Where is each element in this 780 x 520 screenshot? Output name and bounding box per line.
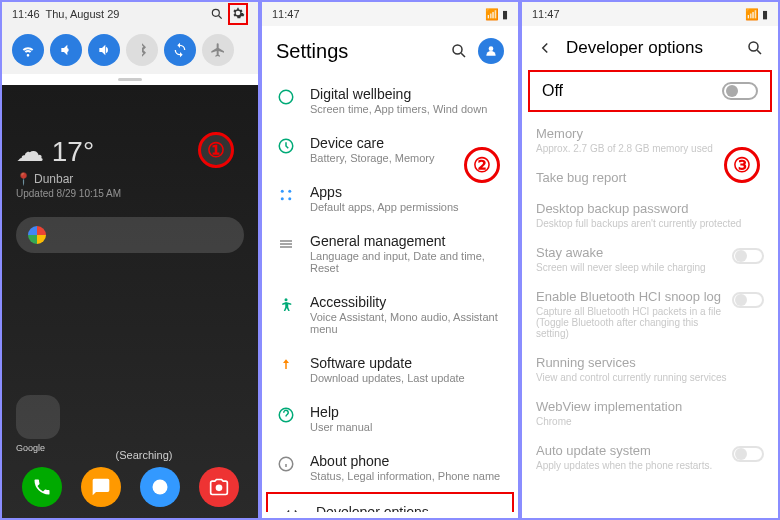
account-avatar[interactable] [478, 38, 504, 64]
weather-icon: ☁ [16, 136, 44, 167]
row-running-services[interactable]: Running servicesView and control current… [522, 347, 778, 391]
toggle-switch[interactable] [732, 292, 764, 308]
status-bar: 11:46 Thu, August 29 [2, 2, 258, 26]
step-badge-3: ③ [724, 147, 760, 183]
pane-notification-shade: 11:46 Thu, August 29 ☁ 17° 📍 Dunbar Upda… [0, 0, 260, 520]
row-accessibility[interactable]: AccessibilityVoice Assistant, Mono audio… [262, 284, 518, 345]
svg-line-22 [757, 50, 761, 54]
row-stay-awake[interactable]: Stay awakeScreen will never sleep while … [522, 237, 778, 281]
search-icon[interactable] [210, 7, 224, 21]
highlight-gear [228, 3, 248, 25]
toggle-switch[interactable] [732, 446, 764, 462]
master-toggle-row[interactable]: Off [528, 70, 772, 112]
google-search-bar[interactable] [16, 217, 244, 253]
svg-point-0 [212, 9, 219, 16]
svg-point-3 [215, 485, 222, 492]
temperature-value: 17° [52, 136, 94, 167]
page-title: Developer options [566, 38, 734, 58]
svg-line-1 [219, 16, 222, 19]
back-icon[interactable] [536, 39, 554, 57]
svg-point-10 [288, 190, 291, 193]
row-backup-password[interactable]: Desktop backup passwordDesktop full back… [522, 193, 778, 237]
settings-header: Settings [262, 26, 518, 76]
svg-point-9 [281, 190, 284, 193]
svg-point-2 [152, 480, 167, 495]
settings-list: Digital wellbeingScreen time, App timers… [262, 76, 518, 512]
svg-line-5 [461, 53, 465, 57]
toggle-switch[interactable] [722, 82, 758, 100]
row-about-phone[interactable]: About phoneStatus, Legal information, Ph… [262, 443, 518, 492]
step-badge-2: ② [464, 147, 500, 183]
clock: 11:47 [272, 8, 300, 20]
row-help[interactable]: HelpUser manual [262, 394, 518, 443]
master-toggle-label: Off [542, 82, 563, 100]
svg-point-6 [489, 46, 494, 51]
svg-point-16 [285, 298, 288, 301]
svg-point-4 [453, 45, 462, 54]
search-icon[interactable] [746, 39, 764, 57]
location-label: 📍 Dunbar [16, 172, 244, 186]
step-badge-1: ① [198, 132, 234, 168]
sync-toggle[interactable] [164, 34, 196, 66]
messages-app[interactable] [81, 467, 121, 507]
wifi-toggle[interactable] [12, 34, 44, 66]
clock-date: 11:46 Thu, August 29 [12, 8, 119, 20]
drag-handle-icon[interactable] [118, 78, 142, 81]
row-general-management[interactable]: General managementLanguage and input, Da… [262, 223, 518, 284]
camera-app[interactable] [199, 467, 239, 507]
gear-icon[interactable] [231, 6, 245, 20]
row-auto-update[interactable]: Auto update systemApply updates when the… [522, 435, 778, 479]
updated-label: Updated 8/29 10:15 AM [16, 188, 244, 199]
status-bar: 11:47 📶 ▮ [262, 2, 518, 26]
status-bar: 11:47 📶 ▮ [522, 2, 778, 26]
svg-point-12 [288, 197, 291, 200]
quick-toggles [2, 26, 258, 74]
google-icon [28, 226, 46, 244]
row-software-update[interactable]: Software updateDownload updates, Last up… [262, 345, 518, 394]
dev-header: Developer options [522, 26, 778, 70]
row-bluetooth-hci[interactable]: Enable Bluetooth HCI snoop logCapture al… [522, 281, 778, 347]
row-developer-options[interactable]: Developer optionsDeveloper options [266, 492, 514, 512]
svg-point-7 [279, 90, 293, 104]
volume-toggle[interactable] [88, 34, 120, 66]
pane-settings: 11:47 📶 ▮ Settings Digital wellbeingScre… [260, 0, 520, 520]
status-icons: 📶 ▮ [485, 8, 508, 21]
bluetooth-toggle[interactable] [126, 34, 158, 66]
phone-app[interactable] [22, 467, 62, 507]
airplane-toggle[interactable] [202, 34, 234, 66]
searching-label: (Searching) [16, 449, 260, 461]
svg-point-11 [281, 197, 284, 200]
page-title: Settings [276, 40, 348, 63]
app-folder[interactable] [16, 395, 60, 439]
status-icons: 📶 ▮ [745, 8, 768, 21]
dock [2, 467, 258, 507]
svg-point-21 [749, 42, 758, 51]
browser-app[interactable] [140, 467, 180, 507]
pane-developer-options: 11:47 📶 ▮ Developer options Off MemoryAp… [520, 0, 780, 520]
sound-toggle[interactable] [50, 34, 82, 66]
clock: 11:47 [532, 8, 560, 20]
row-digital-wellbeing[interactable]: Digital wellbeingScreen time, App timers… [262, 76, 518, 125]
toggle-switch[interactable] [732, 248, 764, 264]
search-icon[interactable] [450, 42, 468, 60]
row-webview[interactable]: WebView implementationChrome [522, 391, 778, 435]
